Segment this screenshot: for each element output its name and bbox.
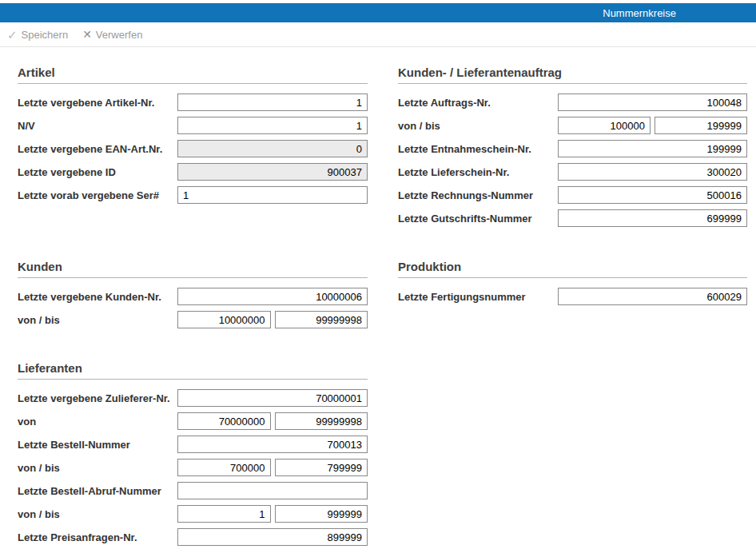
form-row: Letzte Auftrags-Nr. [398,93,747,111]
section-title: Lieferanten [18,362,368,380]
form-row: von / bis [18,311,368,328]
field-label: Letzte Bestell-Abruf-Nummer [18,485,177,497]
section-title: Produktion [398,261,747,278]
bestell-bis-input[interactable] [275,459,368,476]
form-row: von / bis [18,459,368,476]
form-row: Letzte Entnahmeschein-Nr. [398,140,747,157]
section-title: Artikel [18,66,368,84]
kunden-von-input[interactable] [177,311,271,328]
form-row: Letzte Rechnungs-Nummer [398,186,747,204]
auftrag-von-input[interactable] [558,117,651,134]
form-row: Letzte Fertigungsnummer [398,288,747,305]
form-row: Letzte vorab vergebene Ser# [18,186,368,204]
form-row: Letzte Gutschrifts-Nummer [398,209,747,227]
letzte-preisanfragen-nr-input[interactable] [177,528,368,546]
discard-button-label: Verwerfen [96,29,143,41]
form-row: Letzte Bestell-Nummer [18,436,368,453]
section-lieferanten: Lieferanten Letzte vergebene Zulieferer-… [18,362,368,546]
field-label: Letzte Preisanfragen-Nr. [18,531,177,543]
letzte-fertigungsnummer-input[interactable] [558,288,747,305]
letzte-zulieferer-nr-input[interactable] [177,389,368,407]
letzte-ser-input[interactable] [177,186,368,204]
abruf-bis-input[interactable] [275,505,368,523]
zulieferer-von-input[interactable] [177,412,271,430]
field-label: Letzte Entnahmeschein-Nr. [398,143,558,155]
section-artikel: Artikel Letzte vergebene Artikel-Nr. N/V… [18,66,368,204]
form-row: N/V [18,117,368,134]
letzte-id-input [177,163,368,181]
field-label: Letzte vergebene ID [18,166,177,178]
range-inputs [558,117,747,134]
letzte-lieferschein-nr-input[interactable] [558,163,747,181]
field-label: von [18,416,177,428]
discard-button[interactable]: ✕ Verwerfen [82,29,142,41]
range-inputs [177,311,368,328]
field-label: von / bis [18,462,177,474]
form-row: Letzte Bestell-Abruf-Nummer [18,482,368,499]
section-auftrag: Kunden- / Lieferantenauftrag Letzte Auft… [398,66,747,227]
section-kunden: Kunden Letzte vergebene Kunden-Nr. von /… [18,261,368,328]
auftrag-bis-input[interactable] [655,117,747,134]
field-label: Letzte vergebene Artikel-Nr. [18,97,177,109]
letzte-entnahmeschein-nr-input[interactable] [558,140,747,157]
check-icon: ✓ [7,29,18,41]
letzte-bestell-abruf-nummer-input[interactable] [177,482,368,499]
form-row: Letzte vergebene EAN-Art.Nr. [18,140,368,157]
field-label: von / bis [18,314,177,326]
kunden-bis-input[interactable] [275,311,368,328]
save-button-label: Speichern [22,29,69,41]
abruf-von-input[interactable] [177,505,271,523]
nv-input[interactable] [177,117,368,134]
form-row: Letzte vergebene Zulieferer-Nr. [18,389,368,407]
letzte-ean-art-nr-input [177,140,368,157]
form-row: Letzte Lieferschein-Nr. [398,163,747,181]
field-label: Letzte Auftrags-Nr. [398,97,558,109]
field-label: Letzte Lieferschein-Nr. [398,166,558,178]
section-title: Kunden- / Lieferantenauftrag [398,66,747,84]
field-label: von / bis [18,508,177,520]
field-label: Letzte vergebene Kunden-Nr. [18,291,177,303]
title-bar: Nummernkreise [0,3,756,22]
field-label: Letzte vergebene Zulieferer-Nr. [18,392,177,404]
bestell-von-input[interactable] [177,459,271,476]
letzte-auftrags-nr-input[interactable] [558,93,747,111]
form-content: Artikel Letzte vergebene Artikel-Nr. N/V… [0,47,756,546]
field-label: Letzte vergebene EAN-Art.Nr. [18,143,177,155]
form-row: von / bis [18,505,368,523]
field-label: Letzte vorab vergebene Ser# [18,189,177,201]
range-inputs [177,412,368,430]
field-label: Letzte Gutschrifts-Nummer [398,213,558,225]
field-label: Letzte Bestell-Nummer [18,439,177,451]
x-icon: ✕ [82,29,92,40]
letzte-artikel-nr-input[interactable] [177,93,368,111]
form-row: Letzte vergebene Artikel-Nr. [18,93,368,111]
range-inputs [177,459,368,476]
range-inputs [177,505,368,523]
toolbar: ✓ Speichern ✕ Verwerfen [0,22,756,47]
section-title: Kunden [18,261,368,278]
form-row: von [18,412,368,430]
page-title: Nummernkreise [603,7,676,19]
field-label: Letzte Fertigungsnummer [398,291,558,303]
letzte-rechnungs-nummer-input[interactable] [558,186,747,204]
field-label: von / bis [398,120,558,132]
field-label: N/V [18,120,177,132]
form-row: Letzte vergebene Kunden-Nr. [18,288,368,305]
save-button[interactable]: ✓ Speichern [7,29,68,41]
letzte-kunden-nr-input[interactable] [177,288,368,305]
zulieferer-bis-input[interactable] [275,412,368,430]
letzte-bestell-nummer-input[interactable] [177,436,368,453]
section-produktion: Produktion Letzte Fertigungsnummer [398,261,747,305]
form-row: Letzte vergebene ID [18,163,368,181]
form-row: von / bis [398,117,747,134]
letzte-gutschrifts-nummer-input[interactable] [558,209,747,227]
field-label: Letzte Rechnungs-Nummer [398,189,558,201]
form-row: Letzte Preisanfragen-Nr. [18,528,368,546]
